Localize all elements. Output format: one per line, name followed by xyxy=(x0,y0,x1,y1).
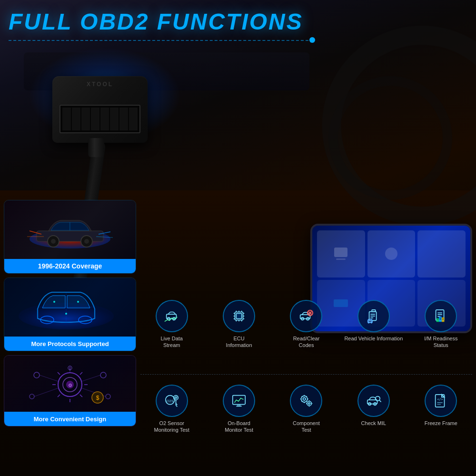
obd-connector-body: XTOOL xyxy=(52,76,148,143)
brand-text: XTOOL xyxy=(87,81,113,88)
tablet-device xyxy=(310,224,472,333)
cable-connector-top xyxy=(88,138,104,157)
steering-wheel-inner xyxy=(328,76,452,200)
car-interior-bg: XTOOL xyxy=(0,0,476,476)
obd-port-holes xyxy=(60,105,140,133)
